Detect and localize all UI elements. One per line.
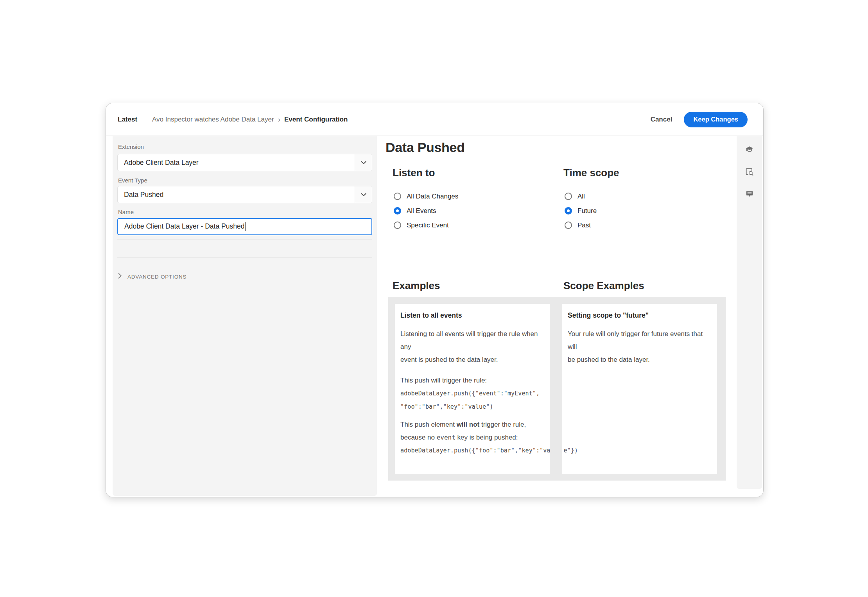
radio-selected-icon bbox=[394, 207, 401, 214]
examples-container: Listen to all events Listening to all ev… bbox=[388, 297, 726, 481]
radio-specific-event[interactable]: Specific Event bbox=[394, 221, 458, 230]
divider bbox=[117, 257, 372, 258]
breadcrumb-separator: › bbox=[278, 116, 280, 123]
version-label: Latest bbox=[118, 116, 137, 123]
scope-example-card-title: Setting scope to "future" bbox=[568, 311, 712, 320]
header-actions: Cancel Keep Changes bbox=[645, 112, 748, 127]
page-title: Data Pushed bbox=[386, 140, 465, 155]
inline-code-event: event bbox=[437, 434, 456, 441]
extension-label: Extension bbox=[118, 143, 144, 150]
chevron-down-icon bbox=[355, 154, 372, 171]
breadcrumb-rule-name[interactable]: Avo Inspector watches Adobe Data Layer bbox=[152, 116, 274, 123]
example-trigger-code: adobeDataLayer.push({"event":"myEvent", … bbox=[400, 390, 540, 410]
example-no-trigger-block: This push element will not trigger the r… bbox=[400, 418, 544, 457]
radio-unselected-icon bbox=[394, 222, 401, 229]
radio-unselected-icon bbox=[565, 222, 572, 229]
document-search-icon[interactable] bbox=[742, 165, 757, 179]
divider bbox=[733, 136, 733, 498]
keep-changes-button[interactable]: Keep Changes bbox=[684, 112, 748, 127]
radio-unselected-icon bbox=[565, 193, 572, 200]
cancel-button[interactable]: Cancel bbox=[645, 113, 678, 127]
advanced-options-label: ADVANCED OPTIONS bbox=[127, 274, 187, 280]
text-cursor bbox=[245, 222, 246, 231]
time-scope-heading: Time scope bbox=[563, 167, 619, 179]
example-trigger-block: This push will trigger the rule: adobeDa… bbox=[400, 374, 544, 413]
scope-example-intro: Your rule will only trigger for future e… bbox=[568, 327, 712, 366]
listen-to-radio-group: All Data Changes All Events Specific Eve… bbox=[394, 192, 458, 230]
name-input[interactable]: Adobe Client Data Layer - Data Pushed bbox=[117, 218, 372, 235]
example-intro: Listening to all events will trigger the… bbox=[400, 327, 544, 366]
graduation-cap-icon[interactable] bbox=[742, 143, 757, 157]
examples-card: Listen to all events Listening to all ev… bbox=[395, 304, 550, 474]
scope-examples-card: Setting scope to "future" Your rule will… bbox=[562, 304, 717, 474]
radio-past[interactable]: Past bbox=[565, 221, 597, 230]
radio-all-events[interactable]: All Events bbox=[394, 206, 458, 215]
chevron-down-icon bbox=[355, 186, 372, 203]
radio-selected-icon bbox=[565, 207, 572, 214]
dialog-header: Latest Avo Inspector watches Adobe Data … bbox=[106, 103, 763, 136]
radio-all[interactable]: All bbox=[565, 192, 597, 201]
time-scope-radio-group: All Future Past bbox=[565, 192, 597, 230]
breadcrumb-current: Event Configuration bbox=[284, 116, 348, 123]
chevron-right-icon bbox=[118, 273, 122, 280]
name-label: Name bbox=[118, 209, 134, 215]
advanced-options-toggle[interactable]: ADVANCED OPTIONS bbox=[118, 272, 187, 282]
radio-all-data-changes[interactable]: All Data Changes bbox=[394, 192, 458, 201]
event-type-value: Data Pushed bbox=[118, 191, 163, 199]
event-type-picker[interactable]: Data Pushed bbox=[117, 186, 372, 203]
divider bbox=[117, 240, 372, 240]
feedback-icon[interactable] bbox=[742, 187, 757, 201]
listen-to-heading: Listen to bbox=[393, 167, 435, 179]
name-value: Adobe Client Data Layer - Data Pushed bbox=[124, 222, 244, 230]
radio-unselected-icon bbox=[394, 193, 401, 200]
scope-examples-heading: Scope Examples bbox=[563, 280, 644, 292]
right-icon-rail bbox=[737, 136, 762, 489]
extension-value: Adobe Client Data Layer bbox=[118, 159, 199, 167]
event-configuration-dialog: Latest Avo Inspector watches Adobe Data … bbox=[106, 103, 764, 497]
event-type-label: Event Type bbox=[118, 177, 147, 184]
configuration-sidebar: Extension Adobe Client Data Layer Event … bbox=[113, 136, 377, 496]
examples-heading: Examples bbox=[393, 280, 440, 292]
extension-picker[interactable]: Adobe Client Data Layer bbox=[117, 154, 372, 171]
example-no-trigger-code: adobeDataLayer.push({"foo":"bar","key":"… bbox=[400, 447, 578, 454]
radio-future[interactable]: Future bbox=[565, 206, 597, 215]
example-card-title: Listen to all events bbox=[400, 311, 544, 320]
